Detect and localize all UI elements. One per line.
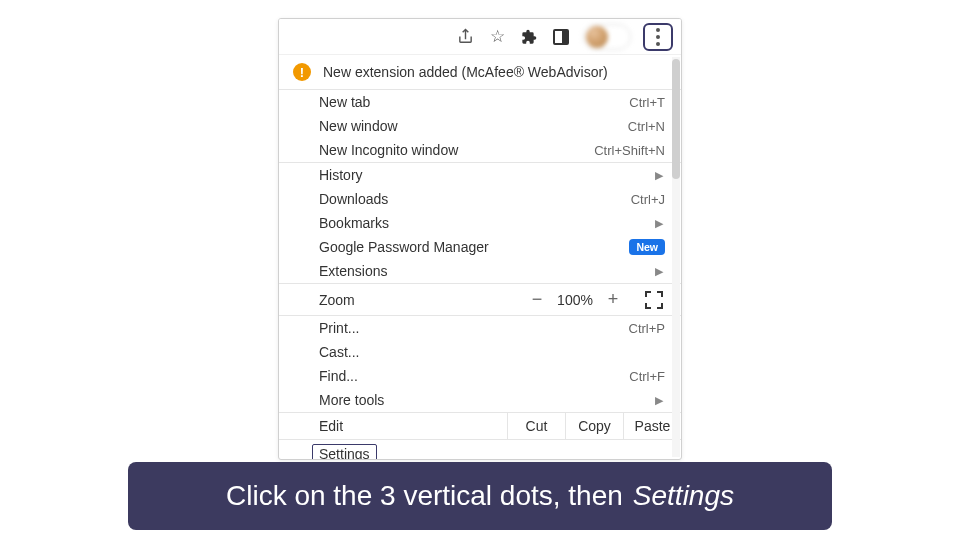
zoom-label: Zoom xyxy=(319,292,523,308)
menu-password-manager[interactable]: Google Password Manager New xyxy=(279,235,681,259)
chevron-right-icon: ▶ xyxy=(655,217,665,230)
menu-more-tools[interactable]: More tools ▶ xyxy=(279,388,681,412)
chrome-menu-window: ☆ ! New extension added (McAfee® WebAdvi… xyxy=(278,18,682,460)
menu-label: Google Password Manager xyxy=(319,239,621,255)
edit-label: Edit xyxy=(279,413,507,439)
menu-find[interactable]: Find... Ctrl+F xyxy=(279,364,681,388)
profile-chip[interactable] xyxy=(583,24,631,50)
menu-shortcut: Ctrl+F xyxy=(629,369,665,384)
menu-label: New Incognito window xyxy=(319,142,594,158)
menu-cast[interactable]: Cast... xyxy=(279,340,681,364)
caption-emph: Settings xyxy=(633,480,734,512)
menu-shortcut: Ctrl+T xyxy=(629,95,665,110)
warning-icon: ! xyxy=(293,63,311,81)
menu-label: More tools xyxy=(319,392,655,408)
browser-toolbar: ☆ xyxy=(279,19,681,55)
menu-shortcut: Ctrl+N xyxy=(628,119,665,134)
star-icon[interactable]: ☆ xyxy=(487,27,507,47)
avatar-icon xyxy=(586,26,608,48)
caption-prefix: Click on the 3 vertical dots, then xyxy=(226,480,623,512)
menu-label: New tab xyxy=(319,94,629,110)
scroll-thumb[interactable] xyxy=(672,59,680,179)
menu-zoom: Zoom − 100% + xyxy=(279,284,681,315)
cut-button[interactable]: Cut xyxy=(507,413,565,439)
share-icon[interactable] xyxy=(455,27,475,47)
three-dots-icon xyxy=(656,28,660,46)
chevron-right-icon: ▶ xyxy=(655,169,665,182)
menu-label: Settings xyxy=(319,444,665,459)
chevron-right-icon: ▶ xyxy=(655,394,665,407)
copy-button[interactable]: Copy xyxy=(565,413,623,439)
menu-settings[interactable]: Settings xyxy=(279,440,681,459)
instruction-caption: Click on the 3 vertical dots, then Setti… xyxy=(128,462,832,530)
notice-text: New extension added (McAfee® WebAdvisor) xyxy=(323,64,608,80)
menu-new-incognito[interactable]: New Incognito window Ctrl+Shift+N xyxy=(279,138,681,162)
menu-new-window[interactable]: New window Ctrl+N xyxy=(279,114,681,138)
zoom-value: 100% xyxy=(551,292,599,308)
extensions-icon[interactable] xyxy=(519,27,539,47)
menu-label: Find... xyxy=(319,368,629,384)
menu-downloads[interactable]: Downloads Ctrl+J xyxy=(279,187,681,211)
chevron-right-icon: ▶ xyxy=(655,265,665,278)
settings-highlight: Settings xyxy=(312,444,377,459)
extension-notice[interactable]: ! New extension added (McAfee® WebAdviso… xyxy=(279,55,681,89)
menu-label: Print... xyxy=(319,320,629,336)
menu-edit-row: Edit Cut Copy Paste xyxy=(279,412,681,439)
fullscreen-icon[interactable] xyxy=(645,291,663,309)
menu-label: Downloads xyxy=(319,191,631,207)
menu-label: Bookmarks xyxy=(319,215,655,231)
menu-history[interactable]: History ▶ xyxy=(279,163,681,187)
menu-shortcut: Ctrl+Shift+N xyxy=(594,143,665,158)
scrollbar[interactable] xyxy=(672,57,680,457)
chrome-menu: ! New extension added (McAfee® WebAdviso… xyxy=(279,55,681,459)
menu-label: History xyxy=(319,167,655,183)
menu-label: Cast... xyxy=(319,344,665,360)
menu-shortcut: Ctrl+J xyxy=(631,192,665,207)
menu-bookmarks[interactable]: Bookmarks ▶ xyxy=(279,211,681,235)
zoom-out-button[interactable]: − xyxy=(523,289,551,310)
menu-label: New window xyxy=(319,118,628,134)
menu-new-tab[interactable]: New tab Ctrl+T xyxy=(279,90,681,114)
side-panel-icon[interactable] xyxy=(551,27,571,47)
new-badge: New xyxy=(629,239,665,255)
menu-print[interactable]: Print... Ctrl+P xyxy=(279,316,681,340)
zoom-in-button[interactable]: + xyxy=(599,289,627,310)
menu-shortcut: Ctrl+P xyxy=(629,321,665,336)
menu-button[interactable] xyxy=(643,23,673,51)
menu-label: Extensions xyxy=(319,263,655,279)
menu-extensions[interactable]: Extensions ▶ xyxy=(279,259,681,283)
